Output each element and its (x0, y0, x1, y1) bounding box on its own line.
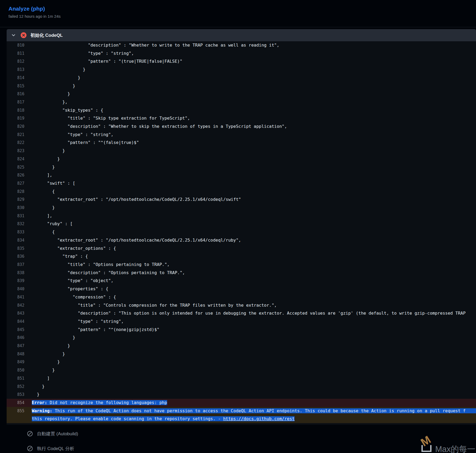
log-line: 852 } (7, 383, 476, 391)
step-label-autobuild: 自動建置 (Autobuild) (37, 431, 78, 437)
log-line: 830 } (7, 204, 476, 212)
line-number[interactable]: 832 (7, 220, 32, 228)
log-line: 837 "title" : "Options pertaining to TRA… (7, 261, 476, 269)
line-number[interactable]: 847 (7, 342, 32, 350)
log-line-text: } (32, 342, 476, 350)
line-number[interactable]: 846 (7, 334, 32, 342)
line-number[interactable]: 830 (7, 204, 32, 212)
log-line: 817 }, (7, 98, 476, 106)
line-number[interactable]: 816 (7, 90, 32, 98)
skip-circle-slash-icon (27, 446, 33, 451)
line-number[interactable]: 824 (7, 155, 32, 163)
line-number[interactable]: 829 (7, 196, 32, 204)
log-line-text: }, (32, 98, 476, 106)
log-line: 840 "properties" : { (7, 285, 476, 293)
watermark-text: Max的每一天 (435, 444, 476, 453)
log-line: 839 "type" : "object", (7, 277, 476, 285)
log-line: 846 } (7, 334, 476, 342)
docs-link[interactable]: https://docs.github.com/rest (223, 416, 295, 421)
log-line: 850 } (7, 366, 476, 374)
line-number[interactable]: 826 (7, 171, 32, 179)
line-number[interactable]: 828 (7, 188, 32, 196)
line-number[interactable]: 823 (7, 147, 32, 155)
log-output: 810 "description" : "Whether to write to… (7, 41, 476, 425)
log-line-text: "title" : "Skip type extraction for Type… (32, 114, 476, 123)
log-line-text: "description" : "Whether to write to the… (32, 41, 476, 49)
log-line-text: ] (32, 374, 476, 383)
line-number[interactable]: 843 (7, 309, 32, 318)
log-line-text: "properties" : { (32, 285, 476, 293)
warning-prefix: Warning: (32, 408, 52, 413)
line-number[interactable]: 831 (7, 212, 32, 220)
log-line-text: "type" : "object", (32, 277, 476, 285)
log-line-text: } (32, 350, 476, 358)
line-number[interactable]: 854 (7, 399, 32, 407)
line-number[interactable]: 845 (7, 326, 32, 334)
line-number[interactable]: 840 (7, 285, 32, 293)
log-line-text: } (32, 334, 476, 342)
error-prefix: Error: (32, 400, 47, 405)
selected-text: Error: Did not recognize the following l… (32, 400, 167, 405)
chevron-down-icon[interactable] (11, 33, 16, 37)
line-number[interactable]: 836 (7, 252, 32, 261)
line-number[interactable]: 821 (7, 131, 32, 139)
line-number[interactable]: 841 (7, 293, 32, 301)
step-run-codeql-analysis[interactable]: 執行 CodeQL 分析 (7, 441, 476, 453)
line-number[interactable]: 853 (7, 391, 32, 399)
line-number[interactable]: 855 (7, 407, 32, 415)
log-line-text: "extractor_options" : { (32, 244, 476, 253)
line-number[interactable]: 842 (7, 301, 32, 310)
following-steps: 自動建置 (Autobuild) 執行 CodeQL 分析 (7, 426, 476, 453)
step-title: 初始化 CodeQL (30, 32, 63, 38)
line-number[interactable]: 851 (7, 374, 32, 383)
line-number[interactable]: 811 (7, 49, 32, 58)
line-number[interactable]: 838 (7, 269, 32, 277)
line-number[interactable]: 817 (7, 98, 32, 106)
log-line: 825 } (7, 163, 476, 171)
step-header-initialize-codeql[interactable]: 初始化 CodeQL (7, 29, 476, 41)
log-line: 814 } (7, 74, 476, 82)
log-line: 820 "description" : "Whether to skip the… (7, 123, 476, 131)
line-number[interactable]: 814 (7, 74, 32, 82)
log-line-text: "ruby" : [ (32, 220, 476, 228)
log-line-text: ], (32, 171, 476, 179)
line-number[interactable]: 820 (7, 123, 32, 131)
log-line: 843 "description" : "This option is only… (7, 309, 476, 318)
line-number[interactable]: 844 (7, 318, 32, 326)
line-number[interactable]: 810 (7, 41, 32, 49)
line-number[interactable]: 813 (7, 66, 32, 74)
log-line-text: "pattern" : "^(false|true)$" (32, 139, 476, 147)
log-line-text: } (32, 74, 476, 82)
log-line: 842 "title" : "Controls compression for … (7, 301, 476, 310)
line-number[interactable]: 850 (7, 366, 32, 374)
log-line: 849 } (7, 358, 476, 366)
line-number[interactable]: 827 (7, 179, 32, 188)
line-number[interactable]: 837 (7, 261, 32, 269)
line-number[interactable]: 848 (7, 350, 32, 358)
log-line-text: "description" : "This option is only int… (32, 309, 476, 318)
line-number[interactable]: 849 (7, 358, 32, 366)
line-number[interactable]: 812 (7, 57, 32, 66)
line-number[interactable]: 825 (7, 163, 32, 171)
line-number[interactable]: 834 (7, 236, 32, 244)
job-header: Analyze (php) failed 12 hours ago in 1m … (0, 0, 476, 27)
line-number[interactable]: 822 (7, 139, 32, 147)
log-line-text: "extractor_root" : "/opt/hostedtoolcache… (32, 236, 476, 244)
line-number[interactable]: 852 (7, 383, 32, 391)
log-line: 811 "type" : "string", (7, 49, 476, 58)
step-autobuild[interactable]: 自動建置 (Autobuild) (7, 426, 476, 441)
line-number[interactable]: 833 (7, 228, 32, 236)
line-number-empty (7, 415, 32, 423)
log-line: 844 "type" : "string", (7, 318, 476, 326)
line-number[interactable]: 819 (7, 114, 32, 123)
line-number[interactable]: 818 (7, 106, 32, 115)
watermark-m-logo-icon: M (420, 438, 434, 453)
line-number[interactable]: 839 (7, 277, 32, 285)
line-number[interactable]: 835 (7, 244, 32, 253)
log-line-text: } (32, 366, 476, 374)
line-number[interactable]: 815 (7, 82, 32, 90)
log-line: 812 "pattern" : "(true|TRUE|false|FALSE)… (7, 57, 476, 66)
log-line-text: } (32, 82, 476, 90)
job-title-link[interactable]: Analyze (php) (8, 5, 45, 12)
log-line: 829 "extractor_root" : "/opt/hostedtoolc… (7, 196, 476, 204)
